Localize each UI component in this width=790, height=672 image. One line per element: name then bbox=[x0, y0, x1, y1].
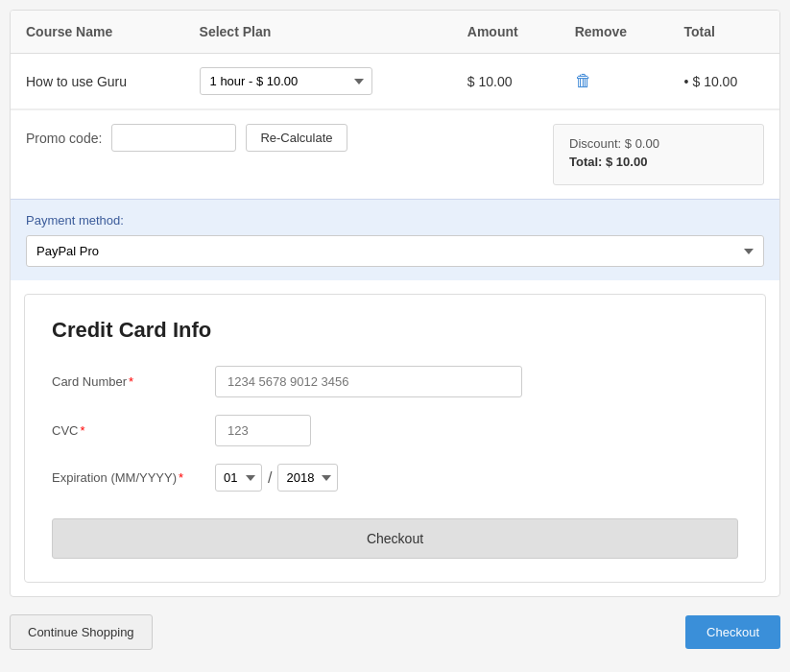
expiry-year-select[interactable]: 2018201920202021 2022202320242025 bbox=[277, 464, 338, 492]
col-header-course-name: Course Name bbox=[11, 11, 184, 54]
checkout-button-inner[interactable]: Checkout bbox=[52, 518, 738, 559]
expiry-required: * bbox=[179, 470, 183, 485]
remove-cell[interactable]: 🗑 bbox=[560, 54, 669, 109]
expiry-row: Expiration (MM/YYYY)* 01020304 05060708 … bbox=[52, 464, 738, 492]
expiry-month-select[interactable]: 01020304 05060708 09101112 bbox=[215, 464, 262, 492]
col-header-remove: Remove bbox=[560, 11, 669, 54]
payment-method-section: Payment method: PayPal Pro Credit Card B… bbox=[11, 199, 779, 280]
card-number-input[interactable] bbox=[215, 366, 522, 397]
footer-row: Continue Shopping Checkout bbox=[10, 605, 780, 660]
recalculate-button[interactable]: Re-Calculate bbox=[246, 124, 347, 152]
total-line: Total: $ 10.00 bbox=[569, 155, 748, 169]
total-value: $ 10.00 bbox=[684, 74, 764, 89]
payment-method-label: Payment method: bbox=[26, 213, 764, 228]
credit-card-title: Credit Card Info bbox=[52, 318, 738, 343]
continue-shopping-button[interactable]: Continue Shopping bbox=[10, 614, 153, 650]
expiry-separator: / bbox=[266, 469, 274, 487]
col-header-amount: Amount bbox=[452, 11, 560, 54]
amount-cell: $ 10.00 bbox=[452, 54, 560, 109]
promo-section: Promo code: Re-Calculate bbox=[26, 124, 534, 152]
checkout-button-footer[interactable]: Checkout bbox=[685, 615, 780, 649]
card-number-row: Card Number* bbox=[52, 366, 738, 397]
plan-select[interactable]: 1 hour - $ 10.00 bbox=[200, 67, 372, 95]
summary-box: Discount: $ 0.00 Total: $ 10.00 bbox=[553, 124, 764, 185]
plan-select-cell[interactable]: 1 hour - $ 10.00 bbox=[184, 54, 452, 109]
card-number-label: Card Number* bbox=[52, 374, 196, 389]
remove-icon[interactable]: 🗑 bbox=[575, 71, 592, 90]
expiry-selects: 01020304 05060708 09101112 / 20182019202… bbox=[215, 464, 338, 492]
cart-table: Course Name Select Plan Amount Remove To… bbox=[11, 11, 779, 109]
cvc-input[interactable] bbox=[215, 415, 311, 446]
cvc-required: * bbox=[80, 423, 84, 438]
card-number-required: * bbox=[129, 374, 133, 389]
payment-method-select[interactable]: PayPal Pro Credit Card Bank Transfer bbox=[26, 235, 764, 267]
course-name-cell: How to use Guru bbox=[11, 54, 184, 109]
promo-summary-section: Promo code: Re-Calculate Discount: $ 0.0… bbox=[11, 109, 779, 199]
col-header-select-plan: Select Plan bbox=[184, 11, 452, 54]
cvc-row: CVC* bbox=[52, 415, 738, 446]
cvc-label: CVC* bbox=[52, 423, 196, 438]
credit-card-section: Credit Card Info Card Number* CVC* Expir… bbox=[24, 294, 766, 583]
table-row: How to use Guru 1 hour - $ 10.00 $ 10.00… bbox=[11, 54, 779, 109]
total-cell: $ 10.00 bbox=[669, 54, 779, 109]
expiry-label: Expiration (MM/YYYY)* bbox=[52, 470, 196, 485]
col-header-total: Total bbox=[669, 11, 779, 54]
discount-line: Discount: $ 0.00 bbox=[569, 136, 748, 151]
promo-input[interactable] bbox=[111, 124, 236, 152]
promo-label: Promo code: bbox=[26, 131, 102, 146]
